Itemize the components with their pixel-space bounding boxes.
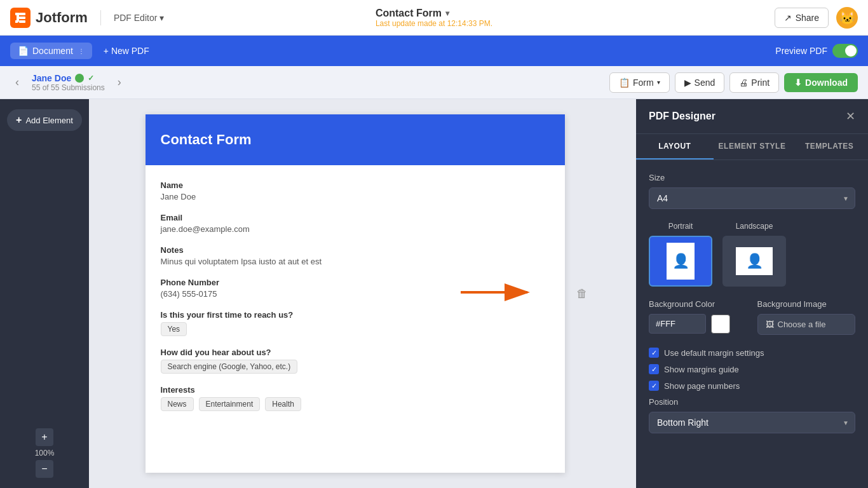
nav-right: ↗ Share 🐱: [775, 7, 858, 29]
prev-submission-button[interactable]: ‹: [10, 73, 24, 92]
field-email: Email jane.doe@example.com: [161, 213, 550, 234]
landscape-card[interactable]: 👤: [722, 236, 786, 287]
checkbox-show-margins-label: Show margins guide: [664, 365, 739, 374]
color-swatch[interactable]: [711, 315, 730, 334]
verified-icon: [75, 74, 84, 83]
toolbar-right: 📋 Form ▾ ▶ Send 🖨 Print ⬇ Download: [609, 72, 858, 93]
field-interests: Interests News Entertainment Health: [161, 385, 550, 411]
document-tab-more-icon: ⋮: [78, 48, 85, 55]
page-form-title: Contact Form: [161, 132, 252, 148]
jotform-logo-icon: [10, 8, 31, 28]
bg-color-text-input[interactable]: [649, 314, 706, 334]
portrait-label: Portrait: [649, 222, 712, 231]
arrow-indicator: [458, 280, 534, 308]
download-button[interactable]: ⬇ Download: [784, 73, 858, 92]
document-tab[interactable]: 📄 Document ⋮: [10, 43, 92, 59]
position-select-wrapper: Bottom Right: [649, 412, 855, 433]
tab-templates[interactable]: TEMPLATES: [790, 134, 868, 159]
zoom-in-button[interactable]: +: [36, 428, 53, 446]
portrait-option: Portrait 👤: [649, 222, 712, 287]
portrait-card[interactable]: 👤: [649, 236, 712, 287]
size-select-wrapper: A4: [649, 187, 855, 209]
submission-info: Jane Doe ✓ 55 of 55 Submissions: [32, 73, 105, 92]
panel-close-button[interactable]: ✕: [846, 109, 855, 123]
tag-health: Health: [265, 397, 301, 411]
position-select[interactable]: Bottom Right: [649, 412, 855, 433]
checkbox-show-margins-input[interactable]: ✓: [649, 364, 659, 374]
zoom-controls: + 100% −: [35, 428, 55, 478]
nav-divider: [100, 10, 101, 25]
logo: Jotform: [10, 8, 88, 28]
size-select[interactable]: A4: [649, 187, 855, 209]
svg-rect-1: [19, 13, 25, 15]
print-icon: 🖨: [739, 78, 748, 88]
form-button[interactable]: 📋 Form ▾: [609, 72, 670, 93]
pdf-editor-button[interactable]: PDF Editor ▾: [114, 13, 164, 23]
panel-body: Size A4 Portrait 👤: [636, 160, 868, 488]
logo-area: Jotform PDF Editor ▾: [10, 8, 164, 28]
tab-element-style[interactable]: ELEMENT STYLE: [714, 134, 791, 159]
background-row: Background Color Background Image 🖼 Choo…: [649, 299, 855, 335]
print-button[interactable]: 🖨 Print: [729, 72, 779, 93]
interests-tags: News Entertainment Health: [161, 397, 550, 411]
toolbar-left: ‹ Jane Doe ✓ 55 of 55 Submissions ›: [10, 73, 126, 92]
checkbox-show-margins: ✓ Show margins guide: [649, 364, 855, 374]
next-submission-button[interactable]: ›: [112, 73, 126, 92]
left-sidebar: + Add Element + 100% −: [0, 99, 89, 488]
checkmark-icon-2: ✓: [651, 365, 657, 374]
center-title: Contact Form ▾ Last update made at 12:14…: [376, 8, 492, 28]
top-nav: Jotform PDF Editor ▾ Contact Form ▾ Last…: [0, 0, 868, 36]
share-icon: ↗: [784, 13, 792, 23]
first-time-tags: Yes: [161, 322, 550, 336]
size-section: Size A4: [649, 173, 855, 209]
send-icon: ▶: [684, 78, 691, 88]
preview-toggle[interactable]: [832, 44, 858, 58]
new-pdf-button[interactable]: + New PDF: [97, 43, 156, 59]
avatar: 🐱: [836, 7, 858, 29]
bg-color-label: Background Color: [649, 299, 747, 309]
tag-news: News: [161, 397, 194, 411]
checkmark-icon: ✓: [88, 74, 94, 83]
field-first-time: Is this your first time to reach us? Yes: [161, 310, 550, 336]
field-how-heard: How did you hear about us? Search engine…: [161, 348, 550, 374]
how-heard-tags: Search engine (Google, Yahoo, etc.): [161, 360, 550, 374]
zoom-level: 100%: [35, 449, 55, 458]
image-icon: 🖼: [766, 320, 774, 329]
zoom-out-button[interactable]: −: [36, 460, 53, 478]
panel-title: PDF Designer: [649, 111, 715, 122]
checkboxes-section: ✓ Use default margin settings ✓ Show mar…: [649, 348, 855, 391]
checkmark-icon-3: ✓: [651, 382, 657, 390]
svg-rect-2: [19, 17, 25, 19]
title-dropdown-arrow[interactable]: ▾: [445, 9, 449, 18]
checkbox-default-margin-label: Use default margin settings: [664, 348, 764, 358]
tab-layout[interactable]: LAYOUT: [636, 134, 714, 159]
form-dropdown-arrow: ▾: [657, 79, 660, 86]
bg-color-input: [649, 314, 747, 334]
position-label: Position: [649, 397, 855, 407]
bg-color-section: Background Color: [649, 299, 747, 334]
toolbar: ‹ Jane Doe ✓ 55 of 55 Submissions › 📋 Fo…: [0, 66, 868, 99]
submitter-name: Jane Doe ✓: [32, 73, 105, 83]
tag-yes: Yes: [161, 322, 187, 336]
document-icon: 📄: [18, 46, 29, 56]
add-element-button[interactable]: + Add Element: [7, 109, 82, 131]
bg-image-section: Background Image 🖼 Choose a file: [757, 299, 856, 335]
download-icon: ⬇: [794, 78, 802, 88]
portrait-preview: 👤: [667, 243, 695, 280]
delete-page-button[interactable]: 🗑: [576, 287, 588, 301]
page-header: Contact Form: [146, 114, 565, 165]
trash-icon: 🗑: [576, 287, 588, 300]
panel-tabs: LAYOUT ELEMENT STYLE TEMPLATES: [636, 134, 868, 160]
share-button[interactable]: ↗ Share: [775, 8, 829, 28]
send-button[interactable]: ▶ Send: [675, 72, 725, 93]
canvas-area: Contact Form Name Jane Doe Email jane.do…: [89, 99, 636, 488]
preview-area: Preview PDF: [775, 44, 858, 58]
checkbox-show-page-numbers-input[interactable]: ✓: [649, 381, 659, 391]
last-update: Last update made at 12:14:33 PM.: [376, 19, 492, 28]
tag-search-engine: Search engine (Google, Yahoo, etc.): [161, 360, 298, 374]
portrait-person-icon: 👤: [672, 253, 689, 269]
checkbox-show-page-numbers: ✓ Show page numbers: [649, 381, 855, 391]
choose-file-button[interactable]: 🖼 Choose a file: [757, 314, 856, 335]
landscape-label: Landscape: [722, 222, 786, 231]
checkbox-default-margin-input[interactable]: ✓: [649, 348, 659, 358]
